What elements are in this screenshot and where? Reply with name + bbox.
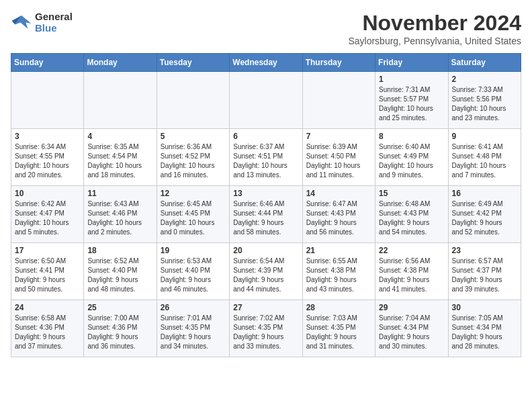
weekday-header-friday: Friday: [375, 54, 448, 72]
calendar-cell: 27Sunrise: 7:02 AM Sunset: 4:35 PM Dayli…: [230, 300, 302, 357]
weekday-header-thursday: Thursday: [302, 54, 375, 72]
calendar-cell: 19Sunrise: 6:53 AM Sunset: 4:40 PM Dayli…: [157, 243, 229, 300]
day-info: Sunrise: 7:04 AM Sunset: 4:34 PM Dayligh…: [379, 314, 444, 351]
calendar-week-2: 3Sunrise: 6:34 AM Sunset: 4:55 PM Daylig…: [11, 129, 521, 186]
calendar-body: 1Sunrise: 7:31 AM Sunset: 5:57 PM Daylig…: [11, 72, 521, 357]
day-info: Sunrise: 6:37 AM Sunset: 4:51 PM Dayligh…: [233, 142, 298, 180]
calendar-cell: 8Sunrise: 6:40 AM Sunset: 4:49 PM Daylig…: [375, 129, 448, 186]
location: Saylorsburg, Pennsylvania, United States: [348, 36, 521, 46]
day-info: Sunrise: 7:33 AM Sunset: 5:56 PM Dayligh…: [452, 85, 517, 123]
calendar-cell: 30Sunrise: 7:05 AM Sunset: 4:34 PM Dayli…: [448, 300, 521, 357]
day-info: Sunrise: 6:58 AM Sunset: 4:36 PM Dayligh…: [15, 314, 80, 351]
weekday-header-row: SundayMondayTuesdayWednesdayThursdayFrid…: [11, 54, 521, 72]
day-info: Sunrise: 7:02 AM Sunset: 4:35 PM Dayligh…: [233, 314, 298, 351]
calendar-cell: 23Sunrise: 6:57 AM Sunset: 4:37 PM Dayli…: [448, 243, 521, 300]
day-info: Sunrise: 7:00 AM Sunset: 4:36 PM Dayligh…: [87, 314, 152, 351]
day-number: 20: [233, 246, 298, 255]
day-number: 11: [87, 189, 152, 198]
calendar-cell: 5Sunrise: 6:36 AM Sunset: 4:52 PM Daylig…: [157, 129, 229, 186]
day-number: 6: [233, 132, 298, 141]
day-number: 9: [452, 132, 517, 141]
day-number: 13: [233, 189, 298, 198]
calendar-week-3: 10Sunrise: 6:42 AM Sunset: 4:47 PM Dayli…: [11, 186, 521, 243]
calendar-cell: 2Sunrise: 7:33 AM Sunset: 5:56 PM Daylig…: [448, 72, 521, 129]
day-info: Sunrise: 7:05 AM Sunset: 4:34 PM Dayligh…: [452, 314, 517, 351]
calendar-cell: 15Sunrise: 6:48 AM Sunset: 4:43 PM Dayli…: [375, 186, 448, 243]
day-info: Sunrise: 6:53 AM Sunset: 4:40 PM Dayligh…: [161, 257, 226, 294]
day-info: Sunrise: 6:35 AM Sunset: 4:54 PM Dayligh…: [87, 142, 152, 180]
calendar-week-5: 24Sunrise: 6:58 AM Sunset: 4:36 PM Dayli…: [11, 300, 521, 357]
day-number: 1: [379, 75, 444, 84]
day-number: 14: [306, 189, 371, 198]
day-info: Sunrise: 6:46 AM Sunset: 4:44 PM Dayligh…: [233, 199, 298, 237]
calendar-cell: 6Sunrise: 6:37 AM Sunset: 4:51 PM Daylig…: [230, 129, 302, 186]
calendar-cell: [157, 72, 229, 129]
day-number: 5: [161, 132, 226, 141]
day-number: 28: [306, 303, 371, 312]
calendar-cell: 17Sunrise: 6:50 AM Sunset: 4:41 PM Dayli…: [11, 243, 84, 300]
day-number: 7: [306, 132, 371, 141]
calendar-cell: 1Sunrise: 7:31 AM Sunset: 5:57 PM Daylig…: [375, 72, 448, 129]
calendar-cell: 9Sunrise: 6:41 AM Sunset: 4:48 PM Daylig…: [448, 129, 521, 186]
calendar-cell: 7Sunrise: 6:39 AM Sunset: 4:50 PM Daylig…: [302, 129, 375, 186]
title-area: November 2024 Saylorsburg, Pennsylvania,…: [348, 11, 521, 46]
day-info: Sunrise: 6:45 AM Sunset: 4:45 PM Dayligh…: [161, 199, 226, 237]
day-number: 8: [379, 132, 444, 141]
day-info: Sunrise: 6:54 AM Sunset: 4:39 PM Dayligh…: [233, 257, 298, 294]
day-number: 27: [233, 303, 298, 312]
day-number: 22: [379, 246, 444, 255]
day-number: 15: [379, 189, 444, 198]
calendar-cell: 14Sunrise: 6:47 AM Sunset: 4:43 PM Dayli…: [302, 186, 375, 243]
calendar-cell: 10Sunrise: 6:42 AM Sunset: 4:47 PM Dayli…: [11, 186, 84, 243]
calendar-cell: [11, 72, 84, 129]
day-info: Sunrise: 7:31 AM Sunset: 5:57 PM Dayligh…: [379, 85, 444, 123]
day-number: 3: [15, 132, 80, 141]
day-info: Sunrise: 6:39 AM Sunset: 4:50 PM Dayligh…: [306, 142, 371, 180]
calendar-cell: 18Sunrise: 6:52 AM Sunset: 4:40 PM Dayli…: [84, 243, 157, 300]
day-info: Sunrise: 6:55 AM Sunset: 4:38 PM Dayligh…: [306, 257, 371, 294]
calendar-cell: 16Sunrise: 6:49 AM Sunset: 4:42 PM Dayli…: [448, 186, 521, 243]
calendar-cell: 3Sunrise: 6:34 AM Sunset: 4:55 PM Daylig…: [11, 129, 84, 186]
day-number: 30: [452, 303, 517, 312]
month-title: November 2024: [348, 11, 521, 36]
day-info: Sunrise: 6:41 AM Sunset: 4:48 PM Dayligh…: [452, 142, 517, 180]
day-info: Sunrise: 6:57 AM Sunset: 4:37 PM Dayligh…: [452, 257, 517, 294]
calendar-cell: 28Sunrise: 7:03 AM Sunset: 4:35 PM Dayli…: [302, 300, 375, 357]
calendar-table: SundayMondayTuesdayWednesdayThursdayFrid…: [11, 53, 521, 357]
weekday-header-tuesday: Tuesday: [157, 54, 229, 72]
day-number: 26: [161, 303, 226, 312]
day-number: 24: [15, 303, 80, 312]
page-header: General Blue November 2024 Saylorsburg, …: [11, 11, 521, 46]
calendar-cell: 4Sunrise: 6:35 AM Sunset: 4:54 PM Daylig…: [84, 129, 157, 186]
calendar-cell: 12Sunrise: 6:45 AM Sunset: 4:45 PM Dayli…: [157, 186, 229, 243]
day-number: 21: [306, 246, 371, 255]
day-info: Sunrise: 6:52 AM Sunset: 4:40 PM Dayligh…: [87, 257, 152, 294]
weekday-header-sunday: Sunday: [11, 54, 84, 72]
day-number: 29: [379, 303, 444, 312]
day-number: 10: [15, 189, 80, 198]
day-info: Sunrise: 6:40 AM Sunset: 4:49 PM Dayligh…: [379, 142, 444, 180]
calendar-cell: [84, 72, 157, 129]
calendar-cell: [302, 72, 375, 129]
day-info: Sunrise: 6:34 AM Sunset: 4:55 PM Dayligh…: [15, 142, 80, 180]
day-number: 2: [452, 75, 517, 84]
day-number: 18: [87, 246, 152, 255]
day-info: Sunrise: 6:50 AM Sunset: 4:41 PM Dayligh…: [15, 257, 80, 294]
calendar-cell: [230, 72, 302, 129]
calendar-cell: 20Sunrise: 6:54 AM Sunset: 4:39 PM Dayli…: [230, 243, 302, 300]
calendar-cell: 11Sunrise: 6:43 AM Sunset: 4:46 PM Dayli…: [84, 186, 157, 243]
day-number: 25: [87, 303, 152, 312]
logo-text: General Blue: [35, 11, 73, 34]
day-number: 19: [161, 246, 226, 255]
calendar-cell: 24Sunrise: 6:58 AM Sunset: 4:36 PM Dayli…: [11, 300, 84, 357]
calendar-cell: 25Sunrise: 7:00 AM Sunset: 4:36 PM Dayli…: [84, 300, 157, 357]
day-info: Sunrise: 6:42 AM Sunset: 4:47 PM Dayligh…: [15, 199, 80, 237]
day-info: Sunrise: 7:03 AM Sunset: 4:35 PM Dayligh…: [306, 314, 371, 351]
calendar-week-4: 17Sunrise: 6:50 AM Sunset: 4:41 PM Dayli…: [11, 243, 521, 300]
day-info: Sunrise: 7:01 AM Sunset: 4:35 PM Dayligh…: [161, 314, 226, 351]
day-info: Sunrise: 6:56 AM Sunset: 4:38 PM Dayligh…: [379, 257, 444, 294]
svg-marker-0: [15, 15, 31, 29]
weekday-header-monday: Monday: [84, 54, 157, 72]
day-info: Sunrise: 6:36 AM Sunset: 4:52 PM Dayligh…: [161, 142, 226, 180]
day-info: Sunrise: 6:49 AM Sunset: 4:42 PM Dayligh…: [452, 199, 517, 237]
